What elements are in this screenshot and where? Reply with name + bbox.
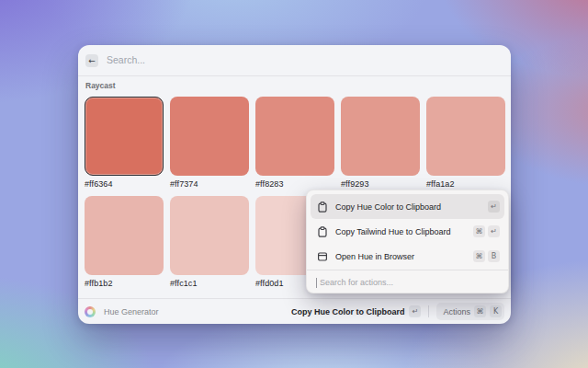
primary-action-button[interactable]: Copy Hue Color to Clipboard ↵ (291, 305, 422, 317)
search-header: ← Search... (78, 45, 511, 75)
k-key-badge: K (490, 305, 502, 317)
color-swatch[interactable] (85, 196, 164, 275)
section-label: Raycast (85, 81, 116, 90)
footer-divider (428, 305, 429, 317)
swatch-hex-label: #ff9293 (341, 179, 420, 189)
back-button[interactable]: ← (85, 54, 98, 67)
cmd-key-badge: ⌘ (473, 250, 485, 262)
search-input[interactable]: Search... (107, 45, 145, 75)
cmd-key-badge: ⌘ (474, 305, 486, 317)
return-key-badge: ↵ (488, 225, 500, 237)
actions-label: Actions (443, 307, 470, 316)
clipboard-icon (317, 226, 328, 237)
browser-window-icon (317, 251, 328, 262)
action-item-label: Copy Hue Color to Clipboard (335, 202, 488, 212)
action-item-label: Copy Tailwind Hue to Clipboard (335, 227, 473, 236)
color-swatch[interactable] (341, 97, 420, 176)
hue-generator-icon (85, 306, 96, 317)
color-swatch[interactable] (426, 97, 505, 176)
color-swatch[interactable] (170, 196, 249, 275)
color-swatch-selected[interactable] (85, 97, 164, 176)
footer-actions: Copy Hue Color to Clipboard ↵ Actions ⌘ … (291, 303, 511, 320)
grid-cell: #ffa1a2 (426, 97, 505, 189)
grid-cell: #ff8283 (255, 97, 334, 189)
grid-cell: #ff6364 (85, 97, 164, 189)
status-bar: Hue Generator Copy Hue Color to Clipboar… (78, 298, 511, 324)
text-caret (316, 278, 317, 288)
color-swatch[interactable] (255, 97, 334, 176)
primary-action-label: Copy Hue Color to Clipboard (291, 307, 405, 316)
header-divider (78, 75, 511, 76)
color-swatch[interactable] (170, 97, 249, 176)
action-item-copy-tailwind-hue[interactable]: Copy Tailwind Hue to Clipboard ⌘ ↵ (311, 219, 504, 244)
swatch-hex-label: #ff6364 (85, 179, 164, 189)
raycast-window: ← Search... Raycast #ff6364 #ff7374 #ff8… (78, 45, 511, 324)
swatch-hex-label: #ffc1c1 (170, 279, 249, 288)
cmd-key-badge: ⌘ (473, 225, 485, 237)
action-item-copy-hue-color[interactable]: Copy Hue Color to Clipboard ↵ (311, 194, 504, 219)
action-panel: Copy Hue Color to Clipboard ↵ Copy Tailw… (306, 190, 509, 293)
grid-cell: #ffb1b2 (85, 196, 164, 288)
actions-search-placeholder: Search for actions... (320, 278, 393, 287)
return-key-badge: ↵ (409, 305, 421, 317)
action-item-label: Open Hue in Browser (335, 252, 473, 261)
swatch-hex-label: #ff8283 (255, 179, 334, 189)
action-item-open-in-browser[interactable]: Open Hue in Browser ⌘ B (311, 244, 504, 269)
actions-button[interactable]: Actions ⌘ K (436, 303, 504, 320)
swatch-hex-label: #ff7374 (170, 179, 249, 189)
return-key-badge: ↵ (488, 201, 500, 213)
grid-cell: #ff9293 (341, 97, 420, 189)
desktop-background: ← Search... Raycast #ff6364 #ff7374 #ff8… (0, 0, 588, 368)
clipboard-icon (317, 201, 328, 213)
swatch-hex-label: #ffb1b2 (85, 279, 164, 288)
extension-title: Hue Generator (104, 307, 159, 316)
grid-cell: #ffc1c1 (170, 196, 249, 288)
grid-cell: #ff7374 (170, 97, 249, 189)
back-arrow-icon: ← (88, 56, 96, 65)
b-key-badge: B (488, 250, 500, 262)
actions-search-input[interactable]: Search for actions... (307, 270, 508, 294)
swatch-hex-label: #ffa1a2 (426, 179, 505, 189)
